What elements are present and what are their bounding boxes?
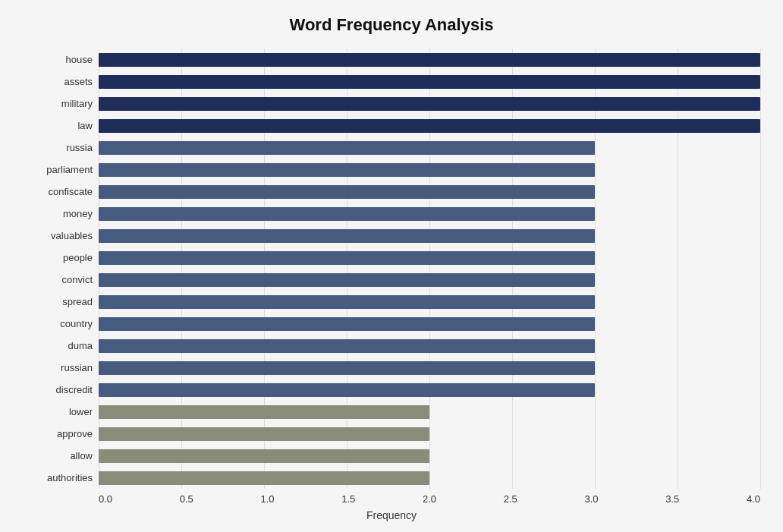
y-label-parliament: parliament [46,165,93,175]
bar-country [99,317,595,331]
bar-spread [99,295,595,309]
x-tick-0.5: 0.5 [180,493,193,505]
x-tick-4.0: 4.0 [747,493,760,505]
x-tick-container: 0.00.51.01.52.02.53.03.54.0 [99,493,760,505]
x-tick-3.0: 3.0 [584,493,598,505]
x-tick-0.0: 0.0 [99,493,112,505]
grid-line-1.5 [347,49,347,489]
bar-russian [99,361,595,375]
bar-row-russia [99,140,760,156]
grid-line-3.5 [678,49,678,489]
y-label-people: people [63,253,93,263]
bar-row-valuables [99,228,760,244]
bar-row-country [99,316,760,332]
y-label-money: money [63,209,93,219]
x-axis: 0.00.51.01.52.02.53.03.54.0 [99,493,760,505]
bar-row-money [99,206,760,222]
bar-row-parliament [99,162,760,178]
bar-row-convict [99,272,760,288]
bar-duma [99,339,595,353]
bar-military [99,97,760,111]
y-label-valuables: valuables [51,231,93,241]
bar-people [99,251,595,265]
y-label-spread: spread [62,297,93,307]
y-labels: houseassetsmilitarylawrussiaparliamentco… [23,49,99,489]
chart-area: houseassetsmilitarylawrussiaparliamentco… [23,49,760,489]
bar-money [99,207,595,221]
bar-row-people [99,250,760,266]
y-label-discredit: discredit [56,385,93,395]
bar-assets [99,75,760,89]
bar-row-lower [99,404,760,420]
bar-valuables [99,229,595,243]
bar-row-confiscate [99,184,760,200]
bar-row-spread [99,294,760,310]
bar-approve [99,427,429,441]
grid-line-0.5 [181,49,182,489]
bar-parliament [99,163,595,177]
x-tick-1.5: 1.5 [341,493,355,505]
y-label-convict: convict [62,275,93,285]
bar-row-law [99,118,760,134]
bar-house [99,53,760,67]
bar-discredit [99,383,595,397]
y-label-military: military [61,99,93,109]
y-label-allow: allow [70,451,93,461]
y-label-duma: duma [68,341,93,351]
grid-line-0 [99,49,99,489]
chart-container: Word Frequency Analysis houseassetsmilit… [0,0,783,532]
x-tick-3.5: 3.5 [665,493,679,505]
y-label-lower: lower [69,407,93,417]
x-tick-2.0: 2.0 [423,493,436,505]
y-label-authorities: authorities [47,473,93,483]
y-label-approve: approve [57,429,93,439]
y-label-house: house [66,55,93,65]
bars-and-grid [99,49,760,489]
bar-row-russian [99,360,760,376]
x-axis-label: Frequency [23,509,760,521]
bar-row-house [99,52,760,68]
grid-lines [99,49,760,489]
bar-row-military [99,96,760,112]
bar-authorities [99,471,429,485]
x-tick-1.0: 1.0 [260,493,274,505]
bar-row-duma [99,338,760,354]
grid-line-2 [429,49,430,489]
bar-row-assets [99,74,760,90]
y-label-law: law [77,121,93,131]
grid-line-3 [595,49,596,489]
bar-allow [99,449,429,463]
grid-line-2.5 [512,49,513,489]
bar-convict [99,273,595,287]
bar-row-discredit [99,382,760,398]
y-label-russian: russian [61,363,93,373]
grid-line-4 [760,49,761,489]
bar-row-allow [99,448,760,464]
bar-law [99,119,760,133]
bar-lower [99,405,429,419]
bar-russia [99,141,595,155]
y-label-assets: assets [64,77,93,87]
bar-row-approve [99,426,760,442]
y-label-country: country [60,319,93,329]
bar-row-authorities [99,470,760,486]
y-label-confiscate: confiscate [48,187,93,197]
x-tick-2.5: 2.5 [504,493,517,505]
grid-line-1 [264,49,265,489]
y-label-russia: russia [66,143,93,153]
chart-title: Word Frequency Analysis [23,15,760,35]
bar-confiscate [99,185,595,199]
